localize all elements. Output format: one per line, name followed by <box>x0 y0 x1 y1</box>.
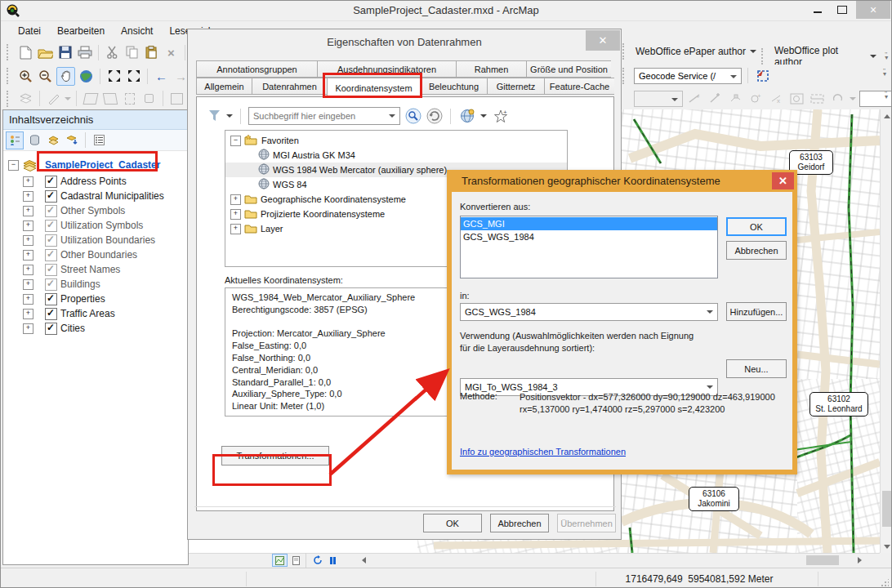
menu-item[interactable]: Ansicht <box>114 23 160 39</box>
in-combobox[interactable]: GCS_WGS_1984 <box>460 303 718 321</box>
layer-visibility-checkbox[interactable] <box>45 205 57 217</box>
toc-root-row[interactable]: SampleProject_Cadaster <box>3 156 188 174</box>
minimize-button[interactable] <box>805 1 830 19</box>
add-button[interactable]: Hinzufügen... <box>726 302 787 321</box>
cs-tree-row[interactable]: MGI Austria GK M34 <box>225 148 567 163</box>
tab[interactable]: Ausdehnungsindikatoren <box>317 60 456 78</box>
toc-layer-row[interactable]: Traffic Areas <box>3 306 188 321</box>
paste-button[interactable] <box>143 44 160 61</box>
toc-layer-row[interactable]: Properties <box>3 292 188 306</box>
scroll-left-button[interactable] <box>358 554 369 567</box>
layer-visibility-checkbox[interactable] <box>45 234 57 247</box>
refresh-view-button[interactable] <box>310 555 324 566</box>
copy-button[interactable] <box>123 44 140 61</box>
list-by-source-button[interactable] <box>26 132 42 149</box>
layer-visibility-checkbox[interactable] <box>45 190 57 203</box>
layer-visibility-checkbox[interactable] <box>45 249 57 261</box>
list-by-selection-button[interactable] <box>64 132 80 149</box>
cut-button[interactable] <box>104 44 121 61</box>
tab[interactable]: Rahmen <box>456 60 526 78</box>
tree-expander[interactable] <box>230 209 241 220</box>
tree-expander[interactable] <box>230 194 241 205</box>
expand-expander[interactable] <box>23 250 33 261</box>
layer-visibility-checkbox[interactable] <box>45 323 57 335</box>
reset-search-button[interactable] <box>426 108 443 124</box>
scroll-right-button[interactable] <box>854 554 865 567</box>
layer-visibility-checkbox[interactable] <box>45 264 57 276</box>
expand-expander[interactable] <box>23 265 33 275</box>
toc-layer-row[interactable]: Utilization Boundaries <box>3 233 188 247</box>
coordinate-search-combobox[interactable] <box>248 107 400 125</box>
expand-expander[interactable] <box>23 206 33 216</box>
scroll-up-button[interactable] <box>881 109 892 122</box>
fixed-zoom-in-button[interactable] <box>105 68 123 85</box>
list-by-visibility-button[interactable] <box>45 132 61 149</box>
toc-layer-row[interactable]: Buildings <box>3 277 188 292</box>
dialog-close-button[interactable]: ✕ <box>772 172 794 189</box>
toolbar-overflow[interactable]: ''▾ <box>881 92 891 99</box>
expand-expander[interactable] <box>23 309 33 319</box>
save-button[interactable] <box>56 44 74 61</box>
tab[interactable]: Koordinatensystem <box>327 78 420 97</box>
tab[interactable]: Allgemein <box>196 78 252 95</box>
expand-expander[interactable] <box>23 235 33 246</box>
toolbar-overflow[interactable]: ''▾ <box>881 53 891 60</box>
toc-layer-row[interactable]: Other Symbols <box>3 203 188 218</box>
chevron-down-icon[interactable] <box>480 114 487 118</box>
zoom-in-button[interactable] <box>17 68 34 85</box>
tree-expander[interactable] <box>230 136 241 146</box>
toc-layer-row[interactable]: Cities <box>3 321 188 336</box>
tree-expander[interactable] <box>230 224 241 234</box>
new-button[interactable]: Neu... <box>726 359 787 378</box>
tab[interactable]: Annotationsgruppen <box>196 60 317 78</box>
search-button[interactable] <box>405 108 421 124</box>
data-view-button[interactable] <box>272 554 288 567</box>
expand-expander[interactable] <box>23 294 33 305</box>
listbox-item[interactable]: GCS_MGI <box>461 217 717 230</box>
resize-grip[interactable] <box>881 579 889 587</box>
zoom-out-button[interactable] <box>37 68 54 85</box>
spatial-filter-globe-button[interactable] <box>458 108 475 125</box>
open-button[interactable] <box>37 44 54 61</box>
toc-options-button[interactable] <box>91 132 107 149</box>
cancel-button[interactable]: Abbrechen <box>726 241 787 260</box>
toolbar-overflow[interactable]: ''▾ <box>880 69 890 76</box>
filter-icon[interactable] <box>208 109 221 122</box>
delete-button[interactable]: × <box>163 44 180 61</box>
locate-address-button[interactable] <box>754 67 771 84</box>
expand-expander[interactable] <box>23 191 33 202</box>
new-document-button[interactable] <box>17 44 34 61</box>
fixed-zoom-out-button[interactable] <box>125 68 142 85</box>
maximize-button[interactable] <box>830 1 854 19</box>
layer-visibility-checkbox[interactable] <box>45 220 57 232</box>
cancel-button[interactable]: Abbrechen <box>490 514 549 532</box>
ok-button[interactable]: OK <box>726 217 787 236</box>
ok-button[interactable]: OK <box>423 514 482 532</box>
full-extent-button[interactable] <box>78 68 95 85</box>
tab[interactable]: Größe und Position <box>526 60 611 78</box>
back-extent-button[interactable]: ← <box>153 68 170 85</box>
pause-drawing-button[interactable] <box>326 555 340 566</box>
vertical-scroll-thumb[interactable] <box>882 491 891 527</box>
scroll-down-button[interactable] <box>881 540 892 553</box>
dialog-close-button[interactable]: ✕ <box>586 30 620 51</box>
convert-from-listbox[interactable]: GCS_MGIGCS_WGS_1984 <box>460 216 718 278</box>
transformations-info-link[interactable]: Info zu geographischen Transformationen <box>460 447 626 457</box>
toc-layer-row[interactable]: Address Points <box>3 174 188 189</box>
listbox-item[interactable]: GCS_WGS_1984 <box>461 230 717 243</box>
tab[interactable]: Feature-Cache <box>544 78 614 95</box>
tab[interactable]: Beleuchtung <box>420 78 487 95</box>
map-vertical-scrollbar[interactable] <box>880 109 892 553</box>
close-button[interactable]: × <box>856 1 890 19</box>
layer-visibility-checkbox[interactable] <box>45 308 57 320</box>
weboffice-epaper-dropdown[interactable]: WebOffice ePaper author <box>634 44 758 59</box>
cs-tree-row[interactable]: Favoriten <box>225 133 567 148</box>
toc-layer-row[interactable]: Other Boundaries <box>3 247 188 262</box>
print-button[interactable] <box>76 44 93 61</box>
toc-root-label[interactable]: SampleProject_Cadaster <box>42 158 163 172</box>
menu-item[interactable]: Bearbeiten <box>50 23 112 39</box>
layout-view-button[interactable] <box>289 555 303 566</box>
toc-layer-row[interactable]: Utilization Symbols <box>3 218 188 233</box>
expand-expander[interactable] <box>23 279 33 290</box>
layer-visibility-checkbox[interactable] <box>45 293 57 305</box>
